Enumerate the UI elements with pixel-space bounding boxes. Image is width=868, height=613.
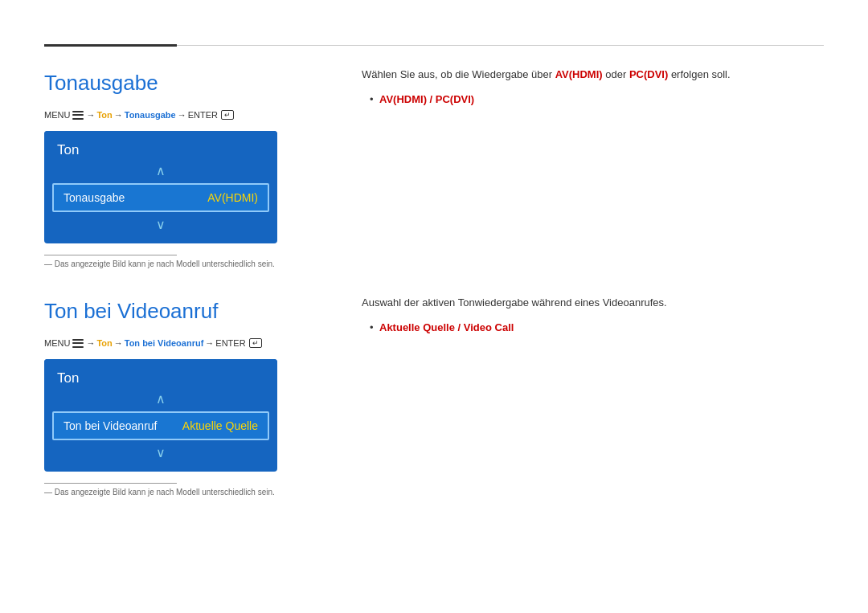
menu-step1-1: Ton (96, 110, 112, 120)
menu-bars-icon-2 (72, 339, 84, 348)
arrow3-2: → (205, 338, 214, 348)
note-line-2 (44, 483, 177, 484)
divider-light (177, 45, 824, 46)
tv-menu-box-2: Ton ∧ Ton bei Videoanruf Aktuelle Quelle… (44, 359, 277, 472)
enter-icon-2: ↵ (249, 338, 262, 348)
tv-menu-item-2: Ton bei Videoanruf Aktuelle Quelle (52, 411, 269, 440)
page-container: Tonausgabe MENU → Ton → Tonausgabe → ENT… (0, 0, 868, 613)
arrow3-1: → (178, 110, 186, 120)
tv-menu-item-value-1: AV(HDMI) (207, 191, 258, 204)
tv-menu-item-1: Tonausgabe AV(HDMI) (52, 183, 269, 212)
enter-label-2: ENTER (215, 338, 245, 348)
tv-menu-box-1: Ton ∧ Tonausgabe AV(HDMI) ∨ (44, 131, 277, 243)
tv-menu-arrow-up-1: ∧ (44, 158, 277, 183)
section2-right: Auswahl der aktiven Tonwiedergabe währen… (362, 291, 824, 497)
menu-step2-1: Tonausgabe (125, 110, 176, 120)
tv-menu-item-value-2: Aktuelle Quelle (182, 419, 258, 432)
tv-menu-arrow-down-2: ∨ (44, 440, 277, 472)
section2-left: Ton bei Videoanruf MENU → Ton → Ton bei … (44, 291, 362, 497)
section1-right: Wählen Sie aus, ob die Wiedergabe über A… (362, 63, 824, 268)
arrow1-2: → (86, 338, 95, 348)
section1-description: Wählen Sie aus, ob die Wiedergabe über A… (362, 67, 824, 84)
section1-desc-after: erfolgen soll. (668, 68, 730, 80)
menu-step1-2: Ton (96, 338, 112, 348)
section1-title: Tonausgabe (44, 71, 362, 96)
note-text-1: ― Das angezeigte Bild kann je nach Model… (44, 260, 362, 268)
section1-bullet-item: AV(HDMI) / PC(DVI) (379, 93, 474, 105)
tv-menu-title-2: Ton (57, 370, 264, 386)
section1-left: Tonausgabe MENU → Ton → Tonausgabe → ENT… (44, 63, 362, 268)
section-tonausgabe: Tonausgabe MENU → Ton → Tonausgabe → ENT… (0, 63, 868, 268)
top-dividers (0, 0, 868, 47)
arrow2-1: → (114, 110, 123, 120)
menu-step2-2: Ton bei Videoanruf (125, 338, 204, 348)
note-line-1 (44, 255, 177, 255)
section1-desc-middle: oder (603, 68, 629, 80)
section1-menu-path: MENU → Ton → Tonausgabe → ENTER ↵ (44, 110, 362, 120)
note-text-2: ― Das angezeigte Bild kann je nach Model… (44, 488, 362, 497)
section1-bullet-list: AV(HDMI) / PC(DVI) (362, 92, 824, 108)
menu-bars-icon-1 (72, 111, 84, 120)
enter-label-1: ENTER (188, 110, 218, 120)
section2-description: Auswahl der aktiven Tonwiedergabe währen… (362, 295, 824, 312)
menu-label-1: MENU (44, 110, 70, 120)
section1-desc-highlight2: PC(DVI) (629, 68, 668, 80)
tv-menu-arrow-up-2: ∧ (44, 386, 277, 411)
tv-menu-arrow-down-1: ∨ (44, 212, 277, 243)
arrow2-2: → (114, 338, 123, 348)
section2-bullet-list: Aktuelle Quelle / Video Call (362, 320, 824, 337)
section2-bullet-item: Aktuelle Quelle / Video Call (379, 321, 514, 333)
section2-title: Ton bei Videoanruf (44, 299, 362, 324)
tv-menu-title-1: Ton (57, 142, 264, 158)
section1-desc-highlight1: AV(HDMI) (555, 68, 603, 80)
arrow1-1: → (86, 110, 95, 120)
tv-menu-header-2: Ton (44, 359, 277, 386)
tv-menu-item-label-1: Tonausgabe (63, 191, 125, 204)
tv-menu-header-1: Ton (44, 131, 277, 158)
divider-dark (44, 44, 177, 47)
section-videoanruf: Ton bei Videoanruf MENU → Ton → Ton bei … (0, 291, 868, 497)
tv-menu-item-label-2: Ton bei Videoanruf (63, 419, 158, 432)
section1-desc-before: Wählen Sie aus, ob die Wiedergabe über (362, 68, 555, 80)
enter-icon-1: ↵ (221, 110, 234, 120)
menu-label-2: MENU (44, 338, 70, 348)
section2-menu-path: MENU → Ton → Ton bei Videoanruf → ENTER … (44, 338, 362, 348)
